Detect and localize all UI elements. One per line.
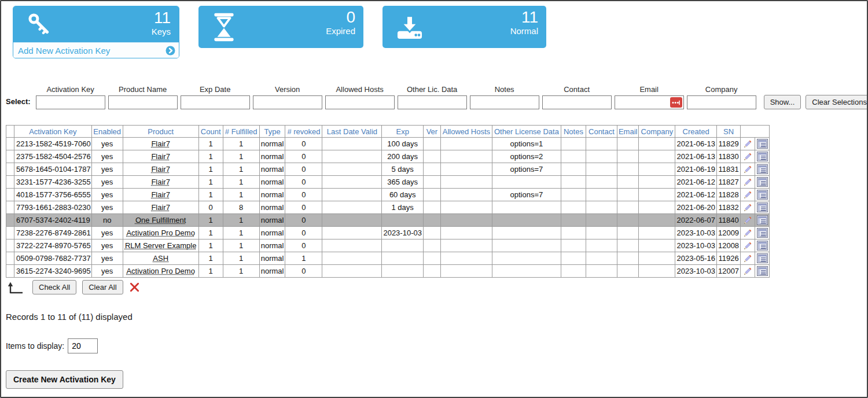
row-select-cell[interactable] xyxy=(6,189,14,201)
edit-pencil-icon[interactable] xyxy=(743,202,753,212)
clear-selections-button[interactable]: Clear Selections xyxy=(806,95,868,109)
edit-pencil-icon[interactable] xyxy=(743,228,753,238)
edit-pencil-icon[interactable] xyxy=(743,253,753,263)
col-header-enabled[interactable]: Enabled xyxy=(91,126,123,138)
filter-input-product-name[interactable] xyxy=(108,95,178,109)
edit-pencil-icon[interactable] xyxy=(743,266,753,276)
row-select-cell[interactable] xyxy=(6,138,14,150)
row-select-cell[interactable] xyxy=(6,176,14,189)
row-select-cell[interactable] xyxy=(6,201,14,214)
product-link[interactable]: Flair7 xyxy=(151,165,170,174)
edit-pencil-icon[interactable] xyxy=(743,139,753,149)
col-header-type[interactable]: Type xyxy=(259,126,285,138)
cell-key: 5678-1645-0104-1787 xyxy=(14,163,92,176)
filter-input-notes[interactable] xyxy=(470,95,539,109)
view-details-icon[interactable] xyxy=(757,152,768,161)
row-select-cell[interactable] xyxy=(6,265,14,278)
product-link[interactable]: Activation Pro Demo xyxy=(126,267,195,275)
product-link[interactable]: Flair7 xyxy=(151,178,170,186)
clear-all-button[interactable]: Clear All xyxy=(82,280,123,294)
col-header-revoked[interactable]: # revoked xyxy=(285,126,322,138)
table-row[interactable]: 4018-1577-3756-6555yesFlair711normal060 … xyxy=(6,189,770,201)
add-new-activation-key-link[interactable]: Add New Activation Key xyxy=(13,42,179,58)
table-row[interactable]: 5678-1645-0104-1787yesFlair711normal05 d… xyxy=(6,163,770,176)
row-select-cell[interactable] xyxy=(6,239,14,252)
arrow-circle-icon[interactable] xyxy=(165,46,175,56)
create-new-activation-key-button[interactable]: Create New Activation Key xyxy=(6,370,123,389)
product-link[interactable]: Flair7 xyxy=(151,203,170,212)
edit-pencil-icon[interactable] xyxy=(743,164,753,174)
col-header-allowed-hosts[interactable]: Allowed Hosts xyxy=(440,126,492,138)
product-link[interactable]: One Fulfillment xyxy=(135,216,186,224)
view-details-icon[interactable] xyxy=(757,190,768,200)
items-to-display-input[interactable] xyxy=(68,338,98,353)
check-all-button[interactable]: Check All xyxy=(32,280,76,294)
col-header-email[interactable]: Email xyxy=(617,126,639,138)
col-header-fulfilled[interactable]: # Fulfilled xyxy=(223,126,259,138)
table-row[interactable]: 2213-1582-4519-7060yesFlair711normal0100… xyxy=(6,138,770,150)
product-link[interactable]: Flair7 xyxy=(151,152,170,161)
col-header-last-date-valid[interactable]: Last Date Valid xyxy=(322,126,382,138)
col-header-notes[interactable]: Notes xyxy=(561,126,586,138)
table-row[interactable]: 3615-2274-3240-9695yesActivation Pro Dem… xyxy=(6,265,770,278)
view-details-icon[interactable] xyxy=(757,177,768,187)
filter-input-company[interactable] xyxy=(687,95,756,109)
activation-keys-table: Activation KeyEnabledProductCount# Fulfi… xyxy=(6,125,770,278)
product-link[interactable]: ASH xyxy=(153,254,168,263)
view-details-icon[interactable] xyxy=(757,253,768,263)
cell-ver xyxy=(423,214,440,227)
edit-pencil-icon[interactable] xyxy=(743,241,753,250)
hourglass-icon xyxy=(212,12,236,42)
edit-pencil-icon[interactable] xyxy=(743,177,753,187)
row-select-cell[interactable] xyxy=(6,214,14,227)
table-row[interactable]: 6707-5374-2402-4119noOne Fulfillment11no… xyxy=(6,214,770,227)
view-details-icon[interactable] xyxy=(757,241,768,250)
col-header-product[interactable]: Product xyxy=(123,126,198,138)
product-link[interactable]: Flair7 xyxy=(151,190,170,199)
row-select-cell[interactable] xyxy=(6,252,14,265)
cell-hosts xyxy=(440,252,492,265)
cell-key: 3231-1577-4236-3255 xyxy=(14,176,92,189)
edit-pencil-icon[interactable] xyxy=(743,152,753,161)
filter-input-activation-key[interactable] xyxy=(36,95,105,109)
product-link[interactable]: Activation Pro Demo xyxy=(126,229,195,237)
autofill-icon[interactable] xyxy=(670,97,682,108)
col-header-activation-key[interactable]: Activation Key xyxy=(14,126,92,138)
col-header-count[interactable]: Count xyxy=(198,126,223,138)
table-row[interactable]: 0509-0798-7682-7737yesASH11normal12023-0… xyxy=(6,252,770,265)
product-link[interactable]: RLM Server Example xyxy=(125,241,197,250)
col-header-other-license-data[interactable]: Other License Data xyxy=(492,126,561,138)
delete-x-icon[interactable] xyxy=(129,282,140,293)
filter-input-contact[interactable] xyxy=(542,95,612,109)
col-header-exp[interactable]: Exp xyxy=(382,126,424,138)
product-link[interactable]: Flair7 xyxy=(151,139,170,148)
table-row[interactable]: 2375-1582-4504-2576yesFlair711normal0200… xyxy=(6,150,770,163)
table-row[interactable]: 7238-2276-8749-2861yesActivation Pro Dem… xyxy=(6,227,770,239)
view-details-icon[interactable] xyxy=(757,228,768,238)
cell-contact xyxy=(586,189,617,201)
col-header-created[interactable]: Created xyxy=(675,126,717,138)
view-details-icon[interactable] xyxy=(757,215,768,225)
filter-input-version[interactable] xyxy=(253,95,322,109)
row-select-cell[interactable] xyxy=(6,227,14,239)
col-header-contact[interactable]: Contact xyxy=(586,126,617,138)
cell-count: 1 xyxy=(198,252,223,265)
table-row[interactable]: 3231-1577-4236-3255yesFlair711normal0365… xyxy=(6,176,770,189)
table-row[interactable]: 3722-2274-8970-5765yesRLM Server Example… xyxy=(6,239,770,252)
filter-input-allowed-hosts[interactable] xyxy=(325,95,395,109)
view-details-icon[interactable] xyxy=(757,139,768,149)
view-details-icon[interactable] xyxy=(757,266,768,276)
filter-input-exp-date[interactable] xyxy=(181,95,250,109)
view-details-icon[interactable] xyxy=(757,164,768,174)
edit-pencil-icon[interactable] xyxy=(743,215,753,225)
col-header-company[interactable]: Company xyxy=(639,126,675,138)
show-button[interactable]: Show... xyxy=(764,95,801,109)
view-details-icon[interactable] xyxy=(757,202,768,212)
col-header-sn[interactable]: SN xyxy=(716,126,740,138)
edit-pencil-icon[interactable] xyxy=(743,190,753,200)
row-select-cell[interactable] xyxy=(6,150,14,163)
filter-input-other-lic-data[interactable] xyxy=(398,95,467,109)
table-row[interactable]: 7793-1661-2883-0230yesFlair708normal01 d… xyxy=(6,201,770,214)
row-select-cell[interactable] xyxy=(6,163,14,176)
col-header-ver[interactable]: Ver xyxy=(423,126,440,138)
